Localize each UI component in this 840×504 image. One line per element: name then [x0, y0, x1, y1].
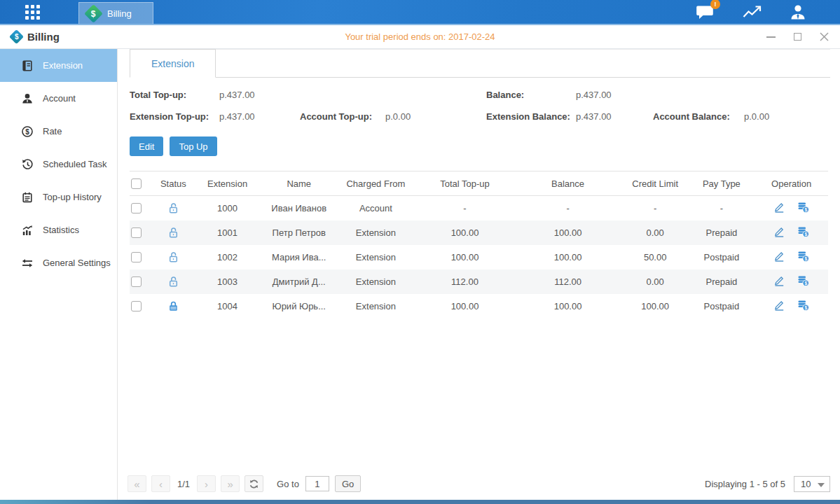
content-panel: Extension Total Top-up: p.437.00 Extensi… [118, 49, 840, 500]
page-indicator: 1/1 [177, 479, 190, 489]
cell-total-topup: - [416, 196, 514, 220]
topup-icon[interactable]: $ [797, 299, 810, 312]
cell-total-topup: 100.00 [416, 245, 514, 270]
sidebar-item-extension[interactable]: Extension [0, 49, 117, 82]
sidebar-item-scheduled-task[interactable]: Scheduled Task [0, 148, 117, 181]
extension-icon [21, 59, 34, 72]
svg-text:$: $ [804, 255, 807, 261]
user-account-icon[interactable] [790, 4, 806, 20]
edit-icon[interactable] [773, 250, 785, 262]
first-page-button[interactable]: « [128, 475, 146, 492]
summary-panel: Total Top-up: p.437.00 Extension Top-up:… [128, 78, 830, 127]
billing-diamond-icon-small: $ [9, 29, 24, 44]
svg-text:$: $ [804, 231, 807, 237]
column-header-charged-from: Charged From [336, 172, 416, 196]
window-bottom-edge [0, 500, 840, 504]
maximize-icon[interactable] [792, 32, 802, 42]
prev-page-button[interactable]: ‹ [151, 475, 170, 492]
edit-icon[interactable] [773, 225, 785, 238]
account-topup-value: p.0.00 [385, 111, 411, 122]
cell-extension: 1004 [193, 294, 263, 318]
svg-text:$: $ [804, 207, 807, 213]
row-checkbox[interactable] [131, 203, 142, 214]
column-header-status: Status [154, 172, 193, 196]
row-checkbox[interactable] [131, 301, 142, 312]
select-all-checkbox[interactable] [131, 178, 142, 189]
topbar-tab-label: Billing [107, 8, 132, 19]
cell-charged-from: Extension [336, 294, 416, 318]
cell-total-topup: 112.00 [416, 270, 514, 294]
cell-name: Иван Иванов [262, 196, 336, 220]
lock-closed-icon [167, 300, 180, 313]
next-page-button[interactable]: › [197, 475, 216, 492]
sidebar-item-top-up-history[interactable]: Top-up History [0, 181, 117, 214]
account-topup-label: Account Top-up: [300, 111, 385, 122]
sidebar-item-rate[interactable]: $ Rate [0, 115, 117, 148]
cell-credit-limit: 100.00 [622, 294, 689, 318]
extension-topup-value: p.437.00 [219, 111, 300, 122]
cell-charged-from: Extension [336, 245, 416, 270]
table-row: 1003Дмитрий Д...Extension112.00112.000.0… [130, 270, 828, 294]
table-row: 1001Петр ПетровExtension100.00100.000.00… [130, 220, 828, 245]
balance-label: Balance: [486, 90, 576, 100]
trial-notice: Your trial period ends on: 2017-02-24 [0, 31, 840, 42]
row-checkbox[interactable] [131, 227, 142, 238]
topup-icon[interactable]: $ [797, 225, 810, 238]
minimize-icon[interactable] [766, 32, 776, 42]
edit-icon[interactable] [773, 299, 785, 312]
table-row: 1000Иван ИвановAccount---- $ [130, 196, 828, 220]
last-page-button[interactable]: » [221, 475, 240, 492]
go-button[interactable]: Go [335, 475, 361, 492]
goto-page-input[interactable] [305, 476, 329, 491]
scheduled-task-icon [21, 158, 34, 171]
row-checkbox[interactable] [131, 252, 142, 262]
refresh-icon[interactable] [245, 475, 263, 492]
rate-icon: $ [21, 125, 34, 138]
column-header-pay-type: Pay Type [689, 172, 755, 196]
topup-icon[interactable]: $ [797, 250, 810, 262]
sidebar-item-general-settings[interactable]: General Settings [0, 246, 117, 279]
cell-name: Мария Ива... [262, 245, 336, 270]
edit-icon[interactable] [773, 274, 785, 287]
cell-extension: 1001 [193, 220, 263, 245]
cell-charged-from: Extension [336, 220, 416, 245]
tabstrip: Extension [128, 49, 830, 78]
topup-icon[interactable]: $ [797, 274, 810, 287]
close-icon[interactable] [819, 32, 829, 42]
svg-text:$: $ [25, 127, 29, 135]
column-header-name: Name [262, 172, 336, 196]
sidebar-item-label: Rate [43, 126, 62, 136]
notification-badge: ! [710, 0, 720, 9]
sidebar-item-label: General Settings [43, 258, 111, 268]
total-topup-value: p.437.00 [219, 90, 255, 100]
edit-icon[interactable] [773, 201, 785, 214]
cell-total-topup: 100.00 [416, 220, 514, 245]
lock-open-icon [167, 275, 180, 288]
notifications-icon[interactable]: ! [696, 4, 715, 20]
resource-monitor-icon[interactable] [743, 4, 762, 20]
column-header-extension: Extension [193, 172, 263, 196]
app-grid-icon[interactable] [25, 5, 40, 20]
displaying-text: Displaying 1 - 5 of 5 [705, 479, 785, 489]
topbar-billing-tab[interactable]: $ Billing [78, 2, 153, 24]
cell-name: Дмитрий Д... [262, 270, 336, 294]
cell-credit-limit: - [622, 196, 689, 220]
sidebar-item-statistics[interactable]: Statistics [0, 214, 117, 246]
column-header-balance: Balance [514, 172, 622, 196]
tab-extension[interactable]: Extension [130, 49, 216, 78]
sidebar-item-label: Scheduled Task [43, 159, 107, 169]
sidebar-item-account[interactable]: Account [0, 82, 117, 115]
balance-value: p.437.00 [576, 90, 612, 100]
cell-name: Юрий Юрь... [262, 294, 336, 318]
cell-balance: 112.00 [514, 270, 622, 294]
edit-button[interactable]: Edit [130, 136, 163, 156]
topup-icon[interactable]: $ [797, 201, 810, 214]
goto-label: Go to [277, 479, 299, 489]
sidebar-item-label: Extension [43, 60, 83, 71]
cell-pay-type: Postpaid [689, 245, 755, 270]
row-checkbox[interactable] [131, 276, 142, 287]
general-settings-icon [21, 257, 34, 270]
topup-button[interactable]: Top Up [170, 136, 216, 156]
page-size-select[interactable]: 10 [794, 476, 830, 492]
cell-pay-type: Postpaid [689, 294, 755, 318]
